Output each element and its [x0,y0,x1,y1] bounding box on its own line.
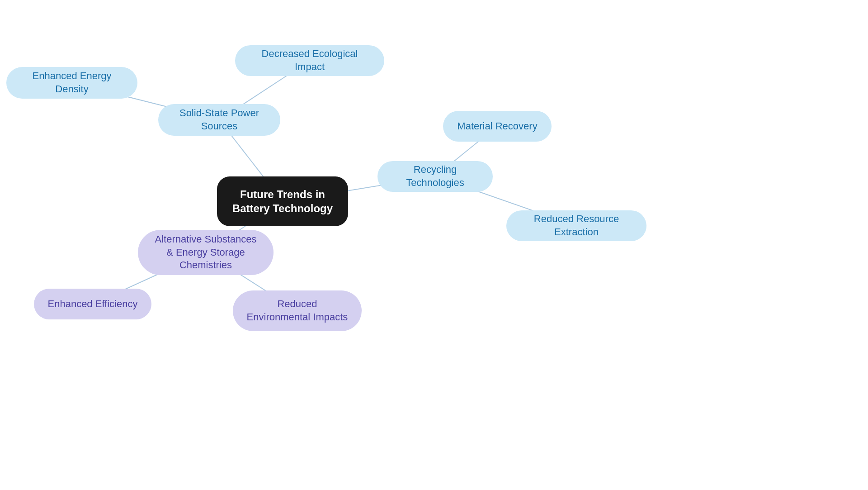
solid-state-label: Solid-State Power Sources [172,107,267,133]
solid-state-node: Solid-State Power Sources [158,104,280,136]
enhanced-efficiency-node: Enhanced Efficiency [34,289,151,319]
reduced-environmental-label: Reduced Environmental Impacts [246,298,348,323]
reduced-resource-node: Reduced Resource Extraction [506,210,646,241]
recycling-tech-label: Recycling Technologies [391,163,479,189]
decreased-ecological-node: Decreased Ecological Impact [235,45,384,76]
decreased-ecological-label: Decreased Ecological Impact [249,48,371,73]
material-recovery-label: Material Recovery [457,120,537,133]
reduced-resource-label: Reduced Resource Extraction [520,213,633,238]
recycling-tech-node: Recycling Technologies [377,161,493,192]
material-recovery-node: Material Recovery [443,111,552,142]
center-node: Future Trends in Battery Technology [217,176,348,226]
enhanced-efficiency-label: Enhanced Efficiency [48,298,138,311]
enhanced-energy-density-label: Enhanced Energy Density [20,70,124,95]
enhanced-energy-density-node: Enhanced Energy Density [6,67,137,99]
alt-substances-node: Alternative Substances & Energy Storage … [138,230,274,275]
center-label: Future Trends in Battery Technology [231,187,335,215]
alt-substances-label: Alternative Substances & Energy Storage … [151,233,260,272]
reduced-environmental-node: Reduced Environmental Impacts [233,290,362,331]
